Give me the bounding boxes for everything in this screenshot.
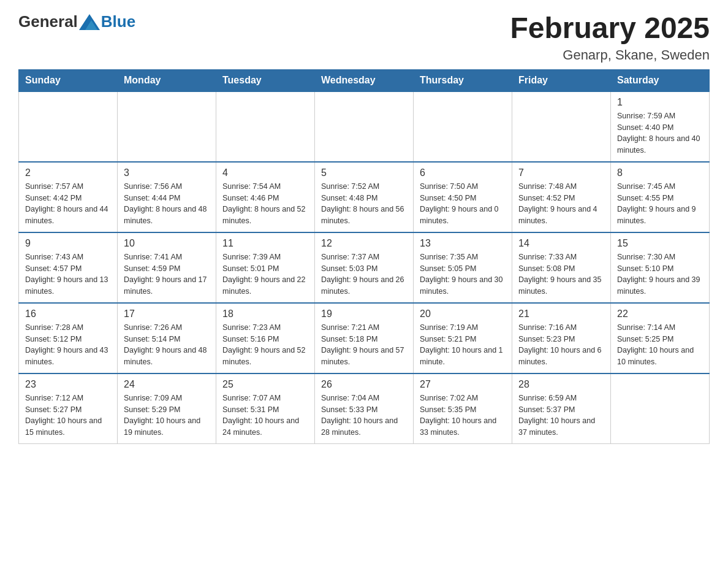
day-number: 7 — [518, 167, 604, 178]
day-info: Sunrise: 7:41 AMSunset: 4:59 PMDaylight:… — [124, 251, 210, 297]
day-info: Sunrise: 7:04 AMSunset: 5:33 PMDaylight:… — [321, 393, 407, 439]
logo-general-text: General — [18, 12, 78, 31]
page-header: General Blue February 2025 Genarp, Skane… — [18, 12, 710, 63]
day-number: 15 — [617, 238, 703, 249]
day-info: Sunrise: 7:30 AMSunset: 5:10 PMDaylight:… — [617, 251, 703, 297]
day-info: Sunrise: 7:54 AMSunset: 4:46 PMDaylight:… — [222, 181, 308, 227]
header-wednesday: Wednesday — [315, 69, 414, 91]
day-info: Sunrise: 7:21 AMSunset: 5:18 PMDaylight:… — [321, 322, 407, 368]
day-number: 17 — [124, 308, 210, 320]
calendar-cell-w2-d4: 5Sunrise: 7:52 AMSunset: 4:48 PMDaylight… — [315, 162, 414, 232]
calendar-table: Sunday Monday Tuesday Wednesday Thursday… — [18, 69, 710, 444]
day-number: 13 — [420, 238, 506, 249]
calendar-cell-w3-d7: 15Sunrise: 7:30 AMSunset: 5:10 PMDayligh… — [611, 232, 710, 303]
calendar-cell-w1-d3 — [216, 91, 315, 162]
day-number: 16 — [25, 308, 111, 320]
header-saturday: Saturday — [611, 69, 710, 91]
title-section: February 2025 Genarp, Skane, Sweden — [510, 12, 710, 63]
day-info: Sunrise: 7:43 AMSunset: 4:57 PMDaylight:… — [25, 251, 111, 297]
location: Genarp, Skane, Sweden — [510, 47, 710, 63]
calendar-cell-w1-d6 — [512, 91, 611, 162]
calendar-cell-w3-d1: 9Sunrise: 7:43 AMSunset: 4:57 PMDaylight… — [19, 232, 118, 303]
calendar-cell-w2-d7: 8Sunrise: 7:45 AMSunset: 4:55 PMDaylight… — [611, 162, 710, 232]
calendar-cell-w4-d5: 20Sunrise: 7:19 AMSunset: 5:21 PMDayligh… — [414, 303, 512, 373]
day-number: 18 — [222, 308, 308, 320]
day-number: 22 — [617, 308, 703, 320]
calendar-week-1: 1Sunrise: 7:59 AMSunset: 4:40 PMDaylight… — [19, 91, 710, 162]
calendar-cell-w1-d4 — [315, 91, 414, 162]
day-info: Sunrise: 7:09 AMSunset: 5:29 PMDaylight:… — [124, 393, 210, 439]
day-info: Sunrise: 7:56 AMSunset: 4:44 PMDaylight:… — [124, 181, 210, 227]
calendar-cell-w4-d3: 18Sunrise: 7:23 AMSunset: 5:16 PMDayligh… — [216, 303, 315, 373]
header-thursday: Thursday — [414, 69, 512, 91]
day-info: Sunrise: 7:23 AMSunset: 5:16 PMDaylight:… — [222, 322, 308, 368]
calendar-cell-w3-d3: 11Sunrise: 7:39 AMSunset: 5:01 PMDayligh… — [216, 232, 315, 303]
header-sunday: Sunday — [19, 69, 118, 91]
day-number: 9 — [25, 238, 111, 249]
day-number: 20 — [420, 308, 506, 320]
day-number: 4 — [222, 167, 308, 178]
calendar-cell-w4-d6: 21Sunrise: 7:16 AMSunset: 5:23 PMDayligh… — [512, 303, 611, 373]
day-number: 21 — [518, 308, 604, 320]
calendar-cell-w5-d3: 25Sunrise: 7:07 AMSunset: 5:31 PMDayligh… — [216, 373, 315, 444]
day-number: 11 — [222, 238, 308, 249]
day-number: 27 — [420, 379, 506, 390]
calendar-cell-w2-d3: 4Sunrise: 7:54 AMSunset: 4:46 PMDaylight… — [216, 162, 315, 232]
calendar-cell-w1-d2 — [118, 91, 216, 162]
day-number: 23 — [25, 379, 111, 390]
day-number: 25 — [222, 379, 308, 390]
day-info: Sunrise: 7:02 AMSunset: 5:35 PMDaylight:… — [420, 393, 506, 439]
day-info: Sunrise: 7:57 AMSunset: 4:42 PMDaylight:… — [25, 181, 111, 227]
calendar-cell-w1-d1 — [19, 91, 118, 162]
day-info: Sunrise: 7:14 AMSunset: 5:25 PMDaylight:… — [617, 322, 703, 368]
day-number: 1 — [617, 97, 703, 108]
calendar-cell-w1-d5 — [414, 91, 512, 162]
day-number: 14 — [518, 238, 604, 249]
day-info: Sunrise: 7:59 AMSunset: 4:40 PMDaylight:… — [617, 110, 703, 156]
weekday-header-row: Sunday Monday Tuesday Wednesday Thursday… — [19, 69, 710, 91]
calendar-cell-w4-d1: 16Sunrise: 7:28 AMSunset: 5:12 PMDayligh… — [19, 303, 118, 373]
calendar-week-4: 16Sunrise: 7:28 AMSunset: 5:12 PMDayligh… — [19, 303, 710, 373]
calendar-cell-w5-d2: 24Sunrise: 7:09 AMSunset: 5:29 PMDayligh… — [118, 373, 216, 444]
calendar-week-3: 9Sunrise: 7:43 AMSunset: 4:57 PMDaylight… — [19, 232, 710, 303]
calendar-cell-w2-d6: 7Sunrise: 7:48 AMSunset: 4:52 PMDaylight… — [512, 162, 611, 232]
calendar-cell-w3-d6: 14Sunrise: 7:33 AMSunset: 5:08 PMDayligh… — [512, 232, 611, 303]
day-info: Sunrise: 7:16 AMSunset: 5:23 PMDaylight:… — [518, 322, 604, 368]
header-friday: Friday — [512, 69, 611, 91]
day-number: 6 — [420, 167, 506, 178]
calendar-cell-w1-d7: 1Sunrise: 7:59 AMSunset: 4:40 PMDaylight… — [611, 91, 710, 162]
header-monday: Monday — [118, 69, 216, 91]
calendar-cell-w2-d5: 6Sunrise: 7:50 AMSunset: 4:50 PMDaylight… — [414, 162, 512, 232]
day-info: Sunrise: 7:52 AMSunset: 4:48 PMDaylight:… — [321, 181, 407, 227]
day-number: 8 — [617, 167, 703, 178]
calendar-week-2: 2Sunrise: 7:57 AMSunset: 4:42 PMDaylight… — [19, 162, 710, 232]
calendar-cell-w3-d2: 10Sunrise: 7:41 AMSunset: 4:59 PMDayligh… — [118, 232, 216, 303]
calendar-cell-w2-d1: 2Sunrise: 7:57 AMSunset: 4:42 PMDaylight… — [19, 162, 118, 232]
day-info: Sunrise: 6:59 AMSunset: 5:37 PMDaylight:… — [518, 393, 604, 439]
calendar-cell-w5-d6: 28Sunrise: 6:59 AMSunset: 5:37 PMDayligh… — [512, 373, 611, 444]
header-tuesday: Tuesday — [216, 69, 315, 91]
calendar-cell-w4-d7: 22Sunrise: 7:14 AMSunset: 5:25 PMDayligh… — [611, 303, 710, 373]
day-number: 10 — [124, 238, 210, 249]
day-info: Sunrise: 7:45 AMSunset: 4:55 PMDaylight:… — [617, 181, 703, 227]
day-info: Sunrise: 7:37 AMSunset: 5:03 PMDaylight:… — [321, 251, 407, 297]
calendar-cell-w2-d2: 3Sunrise: 7:56 AMSunset: 4:44 PMDaylight… — [118, 162, 216, 232]
day-number: 19 — [321, 308, 407, 320]
calendar-week-5: 23Sunrise: 7:12 AMSunset: 5:27 PMDayligh… — [19, 373, 710, 444]
month-title: February 2025 — [510, 12, 710, 45]
day-info: Sunrise: 7:12 AMSunset: 5:27 PMDaylight:… — [25, 393, 111, 439]
day-info: Sunrise: 7:39 AMSunset: 5:01 PMDaylight:… — [222, 251, 308, 297]
calendar-cell-w3-d4: 12Sunrise: 7:37 AMSunset: 5:03 PMDayligh… — [315, 232, 414, 303]
day-info: Sunrise: 7:35 AMSunset: 5:05 PMDaylight:… — [420, 251, 506, 297]
logo-icon — [79, 13, 100, 31]
calendar-cell-w4-d2: 17Sunrise: 7:26 AMSunset: 5:14 PMDayligh… — [118, 303, 216, 373]
day-info: Sunrise: 7:48 AMSunset: 4:52 PMDaylight:… — [518, 181, 604, 227]
logo: General Blue — [18, 12, 135, 31]
day-number: 24 — [124, 379, 210, 390]
calendar-cell-w5-d7 — [611, 373, 710, 444]
day-number: 12 — [321, 238, 407, 249]
calendar-cell-w4-d4: 19Sunrise: 7:21 AMSunset: 5:18 PMDayligh… — [315, 303, 414, 373]
day-info: Sunrise: 7:33 AMSunset: 5:08 PMDaylight:… — [518, 251, 604, 297]
day-info: Sunrise: 7:28 AMSunset: 5:12 PMDaylight:… — [25, 322, 111, 368]
logo-blue-text: Blue — [101, 12, 135, 31]
